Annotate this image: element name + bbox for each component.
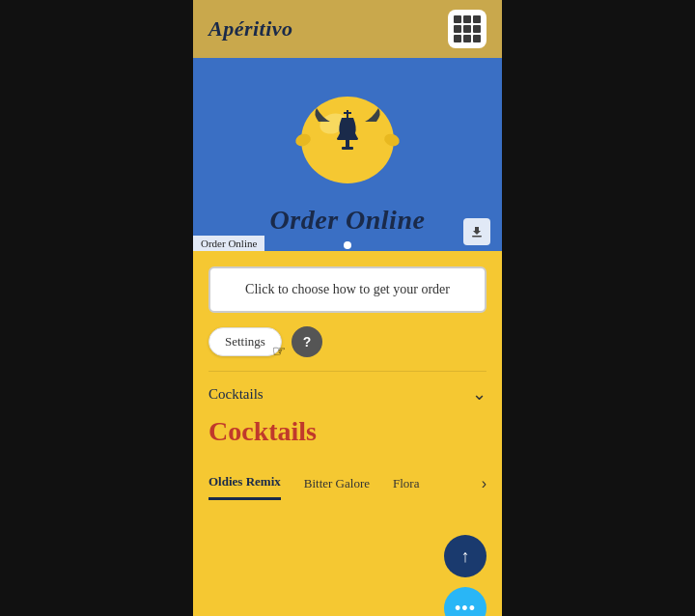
chevron-down-icon: ⌄ — [472, 383, 486, 405]
download-button[interactable] — [463, 218, 490, 245]
order-online-small-label: Order Online — [193, 236, 264, 251]
grid-icon — [454, 15, 481, 42]
tab-oldies-remix[interactable]: Oldies Remix — [208, 466, 281, 500]
cocktails-section-header[interactable]: Cocktails ⌄ — [208, 371, 486, 416]
settings-button[interactable]: Settings — [208, 327, 282, 356]
tab-bitter-galore[interactable]: Bitter Galore — [304, 468, 370, 499]
settings-row: Settings ☞ ? — [208, 326, 486, 357]
help-button[interactable]: ? — [292, 326, 322, 357]
cursor-icon: ☞ — [272, 342, 286, 360]
tab-flora[interactable]: Flora — [393, 468, 419, 499]
order-method-button[interactable]: Click to choose how to get your order — [208, 266, 486, 313]
svg-rect-8 — [472, 236, 482, 238]
slide-indicator — [344, 241, 351, 249]
section-header-title: Cocktails — [208, 386, 264, 403]
scroll-up-button[interactable]: ↑ — [444, 535, 486, 577]
svg-rect-4 — [346, 140, 349, 148]
hero-title: Order Online — [270, 205, 426, 236]
cocktails-title: Cocktails — [208, 416, 486, 447]
svg-rect-5 — [342, 147, 353, 150]
top-bar: Apéritivo — [193, 0, 502, 58]
svg-rect-7 — [344, 112, 351, 114]
lemon-illustration — [285, 68, 410, 193]
category-tabs: Oldies Remix Bitter Galore Flora › — [208, 466, 486, 500]
app-title: Apéritivo — [208, 16, 293, 42]
grid-menu-button[interactable] — [448, 10, 486, 48]
phone-frame: Apéritivo — [193, 0, 502, 616]
hero-section: Order Online Order Online — [193, 58, 502, 251]
tabs-right-arrow[interactable]: › — [482, 475, 486, 492]
content-wrapper: Click to choose how to get your order Se… — [193, 251, 502, 616]
